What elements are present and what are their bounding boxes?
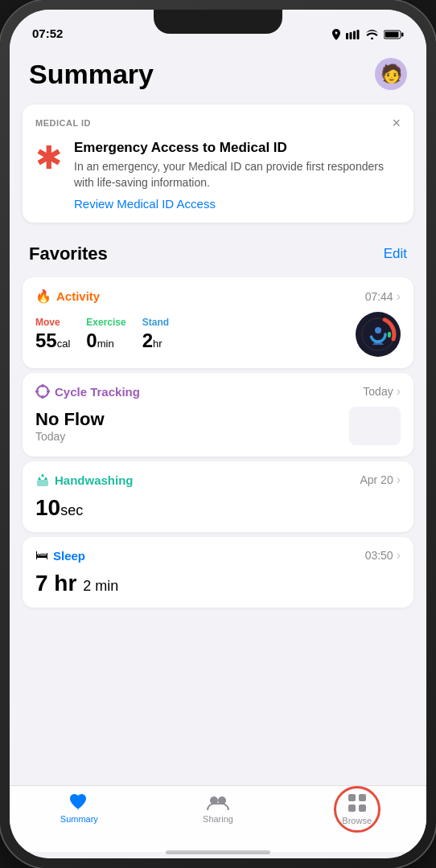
cycle-title: Cycle Tracking xyxy=(55,385,140,399)
activity-icon: 🔥 xyxy=(35,289,51,304)
browse-grid-icon xyxy=(347,792,368,813)
move-metric: Move 55cal xyxy=(35,317,70,352)
sleep-card-header: 🛏 Sleep 03:50 › xyxy=(35,548,401,563)
sleep-main-value: 7 hr 2 min xyxy=(35,571,401,596)
wifi-icon xyxy=(365,30,379,39)
header: Summary 🧑 xyxy=(10,45,426,98)
sharing-icon xyxy=(206,792,230,812)
activity-card[interactable]: 🔥 Activity 07:44 › Move xyxy=(23,277,413,368)
svg-rect-22 xyxy=(348,794,356,801)
svg-rect-0 xyxy=(346,33,348,39)
cycle-chevron-icon: › xyxy=(397,384,401,399)
activity-time: 07:44 › xyxy=(365,289,401,304)
activity-stats: Move 55cal Exercise 0min xyxy=(35,312,401,357)
main-content: Summary 🧑 MEDICAL ID × ✱ Emergency Acces… xyxy=(10,45,426,628)
stand-metric: Stand 2hr xyxy=(142,317,169,352)
stand-unit: hr xyxy=(153,338,162,350)
avatar-emoji: 🧑 xyxy=(380,63,402,84)
activity-card-header: 🔥 Activity 07:44 › xyxy=(35,289,401,304)
cycle-content: No Flow Today xyxy=(35,407,401,445)
stand-label: Stand xyxy=(142,317,169,328)
handwashing-card[interactable]: Handwashing Apr 20 › 10sec xyxy=(23,461,413,532)
screen-content[interactable]: Summary 🧑 MEDICAL ID × ✱ Emergency Acces… xyxy=(10,45,426,785)
cycle-graph xyxy=(349,407,401,445)
svg-rect-19 xyxy=(37,480,48,486)
cycle-text: No Flow Today xyxy=(35,409,105,443)
hw-time: Apr 20 › xyxy=(360,473,401,487)
svg-point-15 xyxy=(41,384,44,387)
activity-metrics: Move 55cal Exercise 0min xyxy=(35,317,169,352)
page-title: Summary xyxy=(29,59,154,90)
svg-point-18 xyxy=(47,390,50,393)
hw-chevron-icon: › xyxy=(397,473,401,487)
summary-tab-label: Summary xyxy=(60,814,98,824)
move-unit: cal xyxy=(57,338,71,350)
review-medical-id-link[interactable]: Review Medical ID Access xyxy=(74,197,216,211)
tab-sharing[interactable]: Sharing xyxy=(149,792,288,824)
cycle-card-header: Cycle Tracking Today › xyxy=(35,384,401,399)
svg-rect-1 xyxy=(350,32,352,39)
svg-point-13 xyxy=(375,327,381,334)
medical-card-description: In an emergency, your Medical ID can pro… xyxy=(74,159,401,190)
cycle-main-value: No Flow xyxy=(35,409,105,430)
hw-title-group: Handwashing xyxy=(35,473,134,487)
sleep-time: 03:50 › xyxy=(365,548,401,563)
sleep-title: Sleep xyxy=(53,549,85,563)
favorites-section-header: Favorites Edit xyxy=(10,229,426,272)
move-value: 55cal xyxy=(35,330,70,352)
svg-point-17 xyxy=(35,390,39,393)
exercise-metric: Exercise 0min xyxy=(86,317,125,352)
handwashing-icon xyxy=(35,473,50,487)
hw-main-value: 10sec xyxy=(35,495,401,521)
tab-summary[interactable]: Summary xyxy=(10,792,149,824)
status-icons xyxy=(331,29,404,40)
sleep-title-group: 🛏 Sleep xyxy=(35,548,85,563)
svg-rect-3 xyxy=(357,30,360,39)
sleep-card[interactable]: 🛏 Sleep 03:50 › 7 hr 2 min xyxy=(23,537,413,608)
svg-point-14 xyxy=(37,386,48,397)
stand-value: 2hr xyxy=(142,330,169,352)
cycle-icon xyxy=(35,384,50,399)
medical-card-header: MEDICAL ID × xyxy=(35,116,401,130)
svg-rect-6 xyxy=(401,33,404,37)
exercise-value: 0min xyxy=(86,330,125,352)
battery-icon xyxy=(384,30,404,39)
status-time: 07:52 xyxy=(32,27,63,40)
activity-ring-svg xyxy=(358,314,398,354)
summary-heart-icon xyxy=(68,792,89,812)
medical-id-card: MEDICAL ID × ✱ Emergency Access to Medic… xyxy=(23,104,413,223)
activity-title: Activity xyxy=(56,289,100,303)
medical-text: Emergency Access to Medical ID In an eme… xyxy=(74,140,401,211)
home-bar xyxy=(166,850,270,854)
tab-browse[interactable]: Browse xyxy=(287,792,426,825)
avatar[interactable]: 🧑 xyxy=(375,58,407,90)
sleep-icon: 🛏 xyxy=(35,548,48,563)
edit-favorites-button[interactable]: Edit xyxy=(384,246,407,262)
tab-bar: Summary Sharing Br xyxy=(10,785,426,852)
medical-id-label: MEDICAL ID xyxy=(35,118,91,128)
activity-chevron-icon: › xyxy=(397,289,401,304)
cycle-tracking-card[interactable]: Cycle Tracking Today › No Flow Today xyxy=(23,373,413,457)
hw-time-value: Apr 20 xyxy=(360,473,393,486)
cycle-time-value: Today xyxy=(363,385,393,398)
hw-unit: sec xyxy=(60,502,83,518)
activity-ring xyxy=(356,312,401,357)
medical-card-title: Emergency Access to Medical ID xyxy=(74,140,401,156)
svg-rect-2 xyxy=(353,31,356,40)
svg-rect-25 xyxy=(359,805,366,812)
activity-time-value: 07:44 xyxy=(365,290,393,303)
exercise-unit: min xyxy=(97,338,114,350)
sharing-tab-label: Sharing xyxy=(203,814,233,824)
activity-title-group: 🔥 Activity xyxy=(35,289,100,304)
home-indicator xyxy=(10,852,426,858)
location-icon xyxy=(331,29,341,40)
signal-icon xyxy=(346,30,360,39)
notch xyxy=(154,10,282,34)
svg-rect-23 xyxy=(359,794,366,801)
phone-screen: 07:52 xyxy=(10,10,426,858)
medical-card-body: ✱ Emergency Access to Medical ID In an e… xyxy=(35,140,401,211)
favorites-title: Favorites xyxy=(29,244,108,264)
close-button[interactable]: × xyxy=(392,116,401,130)
svg-rect-5 xyxy=(385,32,399,38)
move-label: Move xyxy=(35,317,70,328)
